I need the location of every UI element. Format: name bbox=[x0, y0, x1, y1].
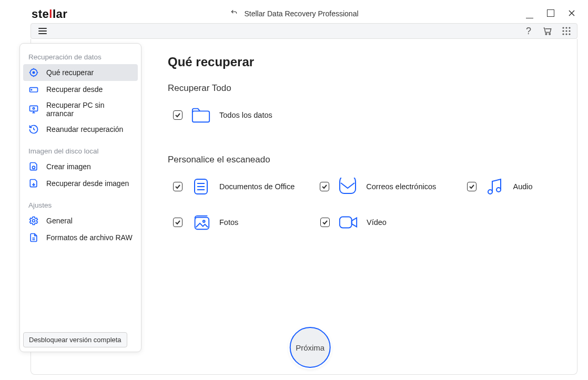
drive-icon bbox=[28, 84, 39, 95]
history-icon bbox=[28, 124, 39, 135]
svg-point-26 bbox=[488, 190, 492, 194]
sidebar-item-resume[interactable]: Reanudar recuperación bbox=[23, 121, 138, 138]
svg-point-4 bbox=[562, 27, 564, 28]
sidebar-group-title: Ajustes bbox=[23, 199, 138, 212]
help-icon[interactable]: ? bbox=[523, 26, 534, 36]
next-button-label: Próxima bbox=[296, 343, 325, 352]
unlock-full-version-button[interactable]: Desbloquear versión completa bbox=[23, 332, 127, 347]
svg-point-6 bbox=[569, 27, 570, 28]
svg-point-16 bbox=[31, 89, 32, 90]
checkbox-emails[interactable] bbox=[320, 182, 329, 191]
option-label: Fotos bbox=[219, 218, 238, 227]
gear-icon bbox=[28, 215, 39, 226]
sidebar-item-label: Formatos de archivo RAW bbox=[46, 233, 133, 242]
svg-point-12 bbox=[569, 33, 570, 35]
option-label: Correos electrónicos bbox=[366, 182, 436, 191]
toolbar: ? bbox=[31, 23, 577, 39]
checkbox-photos[interactable] bbox=[173, 218, 183, 227]
photo-icon bbox=[191, 212, 211, 232]
option-emails: Correos electrónicos bbox=[320, 177, 451, 197]
option-label: Audio bbox=[513, 182, 533, 191]
sidebar-item-label: Crear imagen bbox=[46, 162, 91, 171]
option-label: Vídeo bbox=[367, 218, 387, 227]
option-video: Vídeo bbox=[320, 212, 452, 232]
sidebar-item-label: General bbox=[46, 217, 73, 225]
svg-point-2 bbox=[545, 34, 547, 35]
cart-icon[interactable] bbox=[542, 26, 553, 36]
music-icon bbox=[485, 177, 505, 197]
section-customize-title: Personalice el escaneado bbox=[168, 155, 561, 165]
title-area: Stellar Data Recovery Professional bbox=[0, 9, 588, 18]
file-plus-icon bbox=[28, 232, 39, 243]
main-content: Qué recuperar Recuperar Todo Todos los d… bbox=[168, 55, 561, 374]
sidebar-item-label: Recuperar desde bbox=[46, 85, 103, 94]
mail-icon bbox=[338, 177, 358, 197]
svg-rect-21 bbox=[192, 111, 209, 122]
titlebar: stellar Stellar Data Recovery Profession… bbox=[0, 0, 588, 21]
option-all-data: Todos los datos bbox=[173, 105, 305, 125]
sidebar-item-what-recover[interactable]: Qué recuperar bbox=[23, 64, 138, 81]
folder-icon bbox=[191, 105, 211, 125]
svg-point-8 bbox=[565, 30, 567, 32]
monitor-icon bbox=[28, 104, 39, 115]
option-photos: Fotos bbox=[173, 212, 305, 232]
checkbox-office[interactable] bbox=[173, 182, 183, 191]
next-button[interactable]: Próxima bbox=[290, 327, 331, 368]
sidebar-item-label: Recuperar desde imagen bbox=[46, 179, 129, 188]
option-office: Documentos de Office bbox=[173, 177, 304, 197]
svg-point-29 bbox=[203, 220, 205, 222]
svg-point-7 bbox=[562, 30, 564, 32]
disk-plus-icon bbox=[28, 161, 39, 172]
menu-icon[interactable] bbox=[38, 28, 47, 34]
svg-point-3 bbox=[549, 34, 551, 35]
section-recover-all-title: Recuperar Todo bbox=[168, 83, 561, 94]
svg-point-9 bbox=[569, 30, 570, 32]
svg-point-14 bbox=[33, 71, 34, 73]
svg-point-18 bbox=[33, 108, 34, 109]
sidebar: Recuperación de datos Qué recuperar Recu… bbox=[19, 43, 141, 352]
option-label: Documentos de Office bbox=[219, 182, 295, 191]
sidebar-item-recover-image[interactable]: Recuperar desde imagen bbox=[23, 175, 138, 192]
svg-rect-28 bbox=[195, 218, 209, 230]
back-icon[interactable] bbox=[229, 9, 239, 18]
sidebar-group-title: Imagen del disco local bbox=[23, 145, 138, 158]
video-icon bbox=[338, 212, 358, 232]
checkbox-video[interactable] bbox=[320, 218, 330, 227]
sidebar-group-title: Recuperación de datos bbox=[23, 51, 138, 64]
svg-point-5 bbox=[565, 27, 567, 28]
target-icon bbox=[28, 67, 39, 78]
option-audio: Audio bbox=[467, 177, 561, 197]
sidebar-item-create-image[interactable]: Crear imagen bbox=[23, 158, 138, 175]
window-controls bbox=[526, 9, 575, 17]
main-container: Recuperación de datos Qué recuperar Recu… bbox=[31, 39, 577, 375]
checkbox-audio[interactable] bbox=[467, 182, 477, 191]
svg-rect-30 bbox=[340, 217, 352, 228]
apps-grid-icon[interactable] bbox=[561, 26, 572, 36]
svg-point-27 bbox=[496, 188, 501, 192]
maximize-button[interactable] bbox=[547, 9, 554, 17]
disk-arrow-icon bbox=[28, 178, 39, 189]
svg-point-11 bbox=[565, 33, 567, 35]
page-title: Qué recuperar bbox=[168, 55, 561, 69]
app-title: Stellar Data Recovery Professional bbox=[244, 9, 358, 18]
sidebar-item-raw-formats[interactable]: Formatos de archivo RAW bbox=[23, 229, 138, 246]
svg-point-20 bbox=[33, 220, 35, 222]
sidebar-item-recover-from[interactable]: Recuperar desde bbox=[23, 81, 138, 98]
svg-point-19 bbox=[33, 166, 35, 169]
document-icon bbox=[191, 177, 211, 197]
checkbox-all-data[interactable] bbox=[173, 110, 183, 120]
sidebar-item-label: Qué recuperar bbox=[46, 68, 94, 77]
option-label: Todos los datos bbox=[219, 111, 272, 119]
sidebar-item-crashed-pc[interactable]: Recuperar PC sin arrancar bbox=[23, 98, 138, 121]
svg-rect-17 bbox=[30, 106, 38, 111]
sidebar-item-label: Recuperar PC sin arrancar bbox=[46, 101, 133, 118]
svg-point-10 bbox=[562, 33, 564, 35]
close-button[interactable] bbox=[568, 9, 575, 17]
sidebar-item-label: Reanudar recuperación bbox=[46, 125, 123, 133]
minimize-button[interactable] bbox=[526, 9, 533, 17]
sidebar-item-general[interactable]: General bbox=[23, 212, 138, 229]
